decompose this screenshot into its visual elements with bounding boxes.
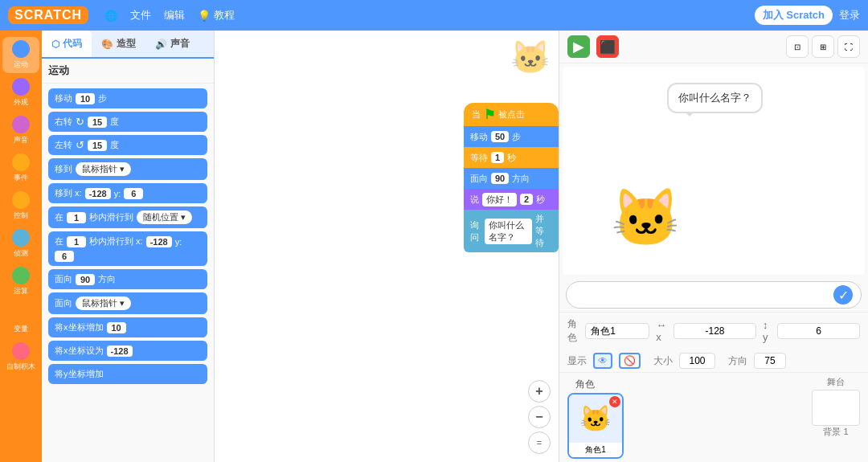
tab-sound[interactable]: 🔊 声音 <box>145 31 199 57</box>
block-move-input[interactable]: 10 <box>76 93 95 104</box>
s1-wait-val[interactable]: 1 <box>491 152 504 163</box>
globe-menu[interactable]: 🌐 <box>104 8 117 22</box>
block-glide-y[interactable]: 6 <box>55 251 74 262</box>
backdrop-thumbnail[interactable] <box>812 390 860 426</box>
block-goto[interactable]: 移到 鼠标指针 ▾ <box>48 158 207 180</box>
x-coord-input[interactable] <box>674 323 756 339</box>
idea-icon: 💡 <box>198 10 211 22</box>
control-dot <box>12 191 30 209</box>
sidebar-item-motion[interactable]: 运动 <box>2 37 39 73</box>
sidebar-item-looks[interactable]: 外观 <box>2 75 39 111</box>
script1-move[interactable]: 移动 50 步 <box>464 126 559 147</box>
block-glide-xy-secs[interactable]: 1 <box>67 236 86 247</box>
answer-input[interactable] <box>575 289 833 301</box>
dir-input[interactable] <box>754 353 786 369</box>
script1-face[interactable]: 面向 90 方向 <box>464 168 559 189</box>
sprite-section-heading: 角色 <box>567 376 805 393</box>
block-turn-left[interactable]: 左转 ↺ 15 度 <box>48 135 207 155</box>
tab-code[interactable]: ⬡ 代码 <box>42 31 92 57</box>
stage-toolbar: ▶ ⬛ ⊡ ⊞ ⛶ <box>559 31 868 63</box>
stage-area: ▶ ⬛ ⊡ ⊞ ⛶ 你叫什么名字？ 🐱 ✓ 角色 ↔ x ↕ y <box>559 31 868 462</box>
visibility-row: 显示 👁 🚫 大小 方向 <box>559 350 868 372</box>
file-menu[interactable]: 文件 <box>130 8 151 22</box>
block-goto-x[interactable]: -128 <box>85 188 111 199</box>
main-layout: 运动 外观 声音 事件 控制 侦测 运算 变量 <box>0 31 868 462</box>
sound-label: 声音 <box>14 135 28 145</box>
green-flag-button[interactable]: ▶ <box>567 35 590 58</box>
blocks-panel: ⬡ 代码 🎨 造型 🔊 声音 运动 移动 10 步 右转 ↻ 15 度 左转 ↺… <box>42 31 215 462</box>
s1-say-secs[interactable]: 2 <box>520 194 533 205</box>
sidebar-item-myblocks[interactable]: 自制积木 <box>2 339 39 375</box>
block-goto-y[interactable]: 6 <box>124 188 143 199</box>
stage-small-button[interactable]: ⊡ <box>786 35 809 58</box>
block-point-dir[interactable]: 面向 90 方向 <box>48 269 207 289</box>
script-1[interactable]: 当 ⚑ 被点击 移动 50 步 等待 1 秒 面向 90 方向 说 你好！ 2 … <box>464 103 559 252</box>
sidebar-item-operators[interactable]: 运算 <box>2 264 39 300</box>
script1-say[interactable]: 说 你好！ 2 秒 <box>464 189 559 210</box>
stage-size-controls: ⊡ ⊞ ⛶ <box>786 35 860 58</box>
answer-submit-button[interactable]: ✓ <box>833 285 853 305</box>
login-button[interactable]: 登录 <box>839 8 860 22</box>
tab-costume[interactable]: 🎨 造型 <box>92 31 145 57</box>
edit-menu[interactable]: 编辑 <box>164 8 185 22</box>
block-set-x[interactable]: 将x坐标设为 -128 <box>48 341 207 361</box>
stop-button[interactable]: ⬛ <box>596 35 619 58</box>
block-point-toward-dropdown[interactable]: 鼠标指针 ▾ <box>76 296 131 310</box>
sidebar-item-control[interactable]: 控制 <box>2 188 39 224</box>
sidebar-item-sound[interactable]: 声音 <box>2 112 39 149</box>
sidebar-item-sensing[interactable]: 侦测 <box>2 226 39 262</box>
backdrop-section: 舞台 背景 1 <box>812 376 860 459</box>
block-set-x-input[interactable]: -128 <box>107 345 133 357</box>
block-goto-dropdown[interactable]: 鼠标指针 ▾ <box>76 162 131 176</box>
zoom-in-button[interactable]: + <box>528 380 551 403</box>
operators-dot <box>12 267 30 284</box>
show-button[interactable]: 👁 <box>593 353 612 369</box>
block-point-toward[interactable]: 面向 鼠标指针 ▾ <box>48 292 207 314</box>
s1-move-val[interactable]: 50 <box>491 131 509 142</box>
block-glide-xy[interactable]: 在 1 秒内滑行到 x: -128 y: 6 <box>48 231 207 266</box>
stage-normal-button[interactable]: ⊞ <box>812 35 834 58</box>
size-input[interactable] <box>679 353 715 369</box>
zoom-out-button[interactable]: − <box>528 406 551 428</box>
sensing-dot <box>12 229 30 247</box>
operators-label: 运算 <box>14 286 28 296</box>
sprite-cat[interactable]: 🐱 <box>611 185 681 251</box>
sprite-card-1[interactable]: 🐱 ✕ 角色1 <box>567 393 624 459</box>
events-label: 事件 <box>14 173 28 183</box>
sprite-delete-button[interactable]: ✕ <box>609 396 620 407</box>
block-change-x[interactable]: 将x坐标增加 10 <box>48 317 207 337</box>
block-glide-secs[interactable]: 1 <box>67 212 86 223</box>
s1-face-val[interactable]: 90 <box>491 173 509 184</box>
block-change-x-input[interactable]: 10 <box>107 322 126 333</box>
script1-hat[interactable]: 当 ⚑ 被点击 <box>464 103 559 126</box>
block-turn-right-input[interactable]: 15 <box>88 117 107 128</box>
logo[interactable]: SCRATCH <box>8 6 88 24</box>
stage-fullscreen-button[interactable]: ⛶ <box>837 35 860 58</box>
block-move[interactable]: 移动 10 步 <box>48 88 207 108</box>
block-glide-x[interactable]: -128 <box>146 236 172 247</box>
block-point-dir-input[interactable]: 90 <box>76 274 95 285</box>
block-glide-dropdown[interactable]: 随机位置 ▾ <box>137 211 192 224</box>
block-goto-xy[interactable]: 移到 x: -128 y: 6 <box>48 183 207 203</box>
block-glide-to[interactable]: 在 1 秒内滑行到 随机位置 ▾ <box>48 206 207 228</box>
sprite-name-input[interactable] <box>585 323 649 339</box>
sidebar-item-variables[interactable]: 变量 <box>2 301 39 337</box>
tutorial-menu[interactable]: 💡 教程 <box>198 8 235 22</box>
script1-ask[interactable]: 询问 你叫什么名字？ 并等待 <box>464 210 559 252</box>
y-coord-input[interactable] <box>777 323 860 339</box>
zoom-fit-button[interactable]: = <box>528 431 551 454</box>
sprite-stage-row: 角色 🐱 ✕ 角色1 舞台 背景 1 <box>559 372 868 462</box>
sprite-info-bar: 角色 ↔ x ↕ y <box>559 312 868 350</box>
block-turn-right[interactable]: 右转 ↻ 15 度 <box>48 112 207 132</box>
script1-wait[interactable]: 等待 1 秒 <box>464 147 559 168</box>
size-label: 大小 <box>653 354 673 368</box>
hide-button[interactable]: 🚫 <box>619 353 641 369</box>
block-change-y[interactable]: 将y坐标增加 <box>48 364 207 384</box>
s1-say-val[interactable]: 你好！ <box>482 193 517 206</box>
block-turn-left-input[interactable]: 15 <box>88 140 107 151</box>
join-button[interactable]: 加入 Scratch <box>755 6 833 25</box>
dir-label: 方向 <box>728 354 747 368</box>
sidebar-item-events[interactable]: 事件 <box>2 150 39 186</box>
s1-ask-val[interactable]: 你叫什么名字？ <box>485 219 532 244</box>
answer-bar[interactable]: ✓ <box>566 281 862 309</box>
